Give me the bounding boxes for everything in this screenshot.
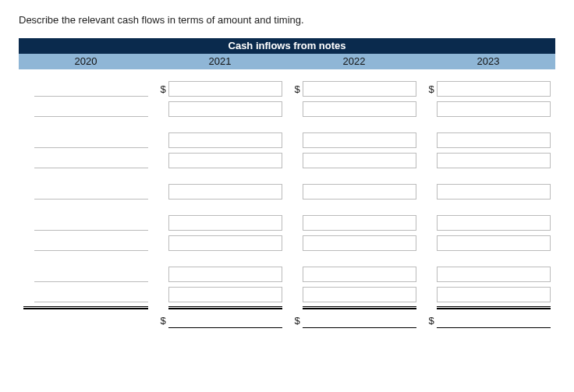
input-row — [23, 101, 148, 118]
amount-input[interactable] — [437, 287, 551, 302]
amount-input[interactable] — [303, 81, 416, 97]
amount-input[interactable] — [168, 132, 282, 148]
amount-input[interactable] — [34, 267, 148, 282]
input-row — [292, 101, 416, 118]
year-header-row: 2020 2021 2022 2023 — [19, 54, 555, 69]
amount-input[interactable] — [34, 132, 148, 148]
cashflow-grid: $ $ — [19, 80, 555, 328]
year-header-2021: 2021 — [153, 54, 287, 69]
amount-input[interactable] — [168, 267, 282, 282]
year-header-2020: 2020 — [19, 54, 153, 69]
dollar-sign: $ — [426, 83, 437, 95]
input-row — [158, 132, 282, 149]
year-header-2023: 2023 — [421, 54, 555, 69]
amount-input[interactable] — [303, 101, 416, 117]
input-row — [426, 183, 551, 200]
amount-input[interactable] — [34, 153, 148, 168]
input-row — [426, 286, 551, 303]
input-row — [158, 286, 282, 303]
amount-input[interactable] — [437, 101, 551, 117]
amount-input[interactable] — [34, 215, 148, 231]
amount-input[interactable] — [168, 215, 282, 231]
dollar-sign: $ — [292, 83, 303, 95]
total-input[interactable] — [34, 313, 148, 328]
amount-input[interactable] — [303, 235, 416, 251]
input-row — [292, 235, 416, 252]
input-row: $ — [292, 80, 416, 97]
total-input[interactable] — [437, 313, 551, 328]
amount-input[interactable] — [303, 184, 416, 200]
input-row — [158, 214, 282, 231]
amount-input[interactable] — [437, 153, 551, 168]
input-row — [23, 183, 148, 200]
amount-input[interactable] — [34, 287, 148, 302]
amount-input[interactable] — [303, 267, 416, 282]
amount-input[interactable] — [437, 81, 551, 97]
input-row — [426, 266, 551, 283]
table-banner: Cash inflows from notes — [19, 38, 555, 54]
amount-input[interactable] — [168, 287, 282, 302]
input-row — [292, 286, 416, 303]
input-row — [23, 152, 148, 169]
amount-input[interactable] — [168, 153, 282, 168]
total-row: $ — [292, 313, 416, 328]
total-rule — [303, 306, 416, 309]
input-row — [23, 266, 148, 283]
column-2023: $ — [421, 80, 555, 328]
amount-input[interactable] — [303, 132, 416, 148]
amount-input[interactable] — [34, 81, 148, 97]
input-row — [292, 152, 416, 169]
dollar-sign: $ — [158, 83, 168, 95]
dollar-sign: $ — [292, 315, 303, 327]
amount-input[interactable] — [303, 287, 416, 302]
input-row: $ — [426, 80, 551, 97]
dollar-sign: $ — [158, 315, 168, 327]
input-row — [23, 80, 148, 97]
input-row — [292, 214, 416, 231]
input-row — [426, 101, 551, 118]
input-row — [23, 214, 148, 231]
input-row — [23, 132, 148, 149]
amount-input[interactable] — [437, 215, 551, 231]
input-row — [158, 235, 282, 252]
amount-input[interactable] — [437, 267, 551, 282]
column-2021: $ — [153, 80, 287, 328]
amount-input[interactable] — [437, 235, 551, 251]
amount-input[interactable] — [168, 101, 282, 117]
total-rule — [168, 306, 282, 309]
input-row — [292, 266, 416, 283]
amount-input[interactable] — [437, 184, 551, 200]
total-input[interactable] — [303, 313, 416, 328]
amount-input[interactable] — [168, 184, 282, 200]
year-header-2022: 2022 — [287, 54, 421, 69]
amount-input[interactable] — [303, 215, 416, 231]
input-row — [158, 266, 282, 283]
input-row — [426, 214, 551, 231]
amount-input[interactable] — [303, 153, 416, 168]
input-row — [426, 132, 551, 149]
total-rule — [437, 306, 551, 309]
amount-input[interactable] — [34, 235, 148, 251]
amount-input[interactable] — [168, 235, 282, 251]
input-row — [23, 235, 148, 252]
total-row: $ — [426, 313, 551, 328]
input-row — [23, 286, 148, 303]
input-row — [292, 132, 416, 149]
amount-input[interactable] — [168, 81, 282, 97]
input-row — [158, 183, 282, 200]
total-row: $ — [158, 313, 282, 328]
total-rule — [23, 306, 148, 309]
input-row — [292, 183, 416, 200]
amount-input[interactable] — [34, 184, 148, 200]
input-row — [426, 235, 551, 252]
column-2020: $ — [19, 80, 153, 328]
question-prompt: Describe the relevant cash flows in term… — [19, 14, 555, 26]
input-row — [158, 101, 282, 118]
dollar-sign: $ — [426, 315, 437, 327]
input-row: $ — [158, 80, 282, 97]
amount-input[interactable] — [437, 132, 551, 148]
input-row — [426, 152, 551, 169]
column-2022: $ — [287, 80, 421, 328]
amount-input[interactable] — [34, 101, 148, 117]
total-input[interactable] — [168, 313, 282, 328]
